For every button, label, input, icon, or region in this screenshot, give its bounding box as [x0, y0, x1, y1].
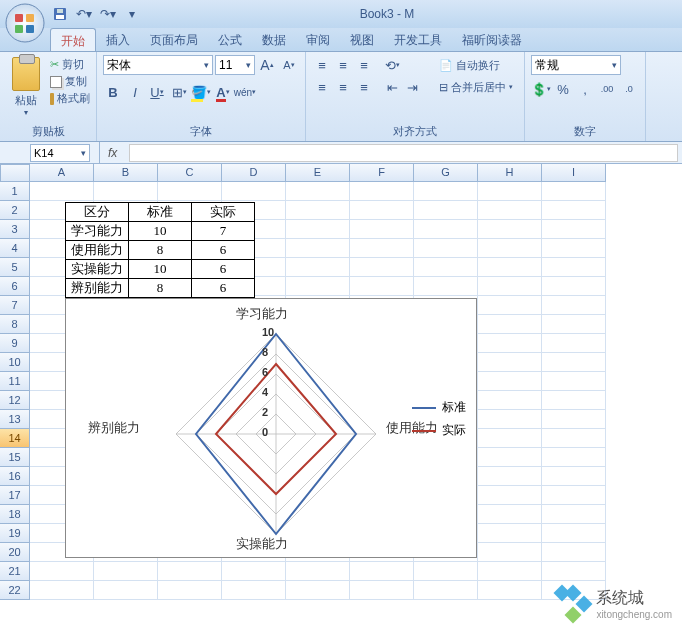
border-button[interactable]: ⊞▾	[169, 82, 189, 102]
cell[interactable]	[478, 353, 542, 372]
cell[interactable]	[94, 562, 158, 581]
cell[interactable]	[478, 562, 542, 581]
decrease-decimal-icon[interactable]: .0	[619, 79, 639, 99]
cell[interactable]	[542, 391, 606, 410]
cell[interactable]	[222, 182, 286, 201]
col-header[interactable]: F	[350, 164, 414, 182]
cell[interactable]	[542, 467, 606, 486]
cell[interactable]	[542, 448, 606, 467]
cell[interactable]	[542, 524, 606, 543]
col-header[interactable]: I	[542, 164, 606, 182]
row-header[interactable]: 15	[0, 448, 30, 467]
row-header[interactable]: 19	[0, 524, 30, 543]
cell[interactable]	[478, 391, 542, 410]
copy-button[interactable]: 复制	[50, 74, 90, 89]
cell[interactable]	[542, 277, 606, 296]
cell[interactable]	[542, 562, 606, 581]
align-middle-icon[interactable]: ≡	[333, 55, 353, 75]
redo-icon[interactable]: ↷▾	[98, 4, 118, 24]
increase-decimal-icon[interactable]: .00	[597, 79, 617, 99]
cell[interactable]	[542, 486, 606, 505]
underline-button[interactable]: U▾	[147, 82, 167, 102]
cell[interactable]	[414, 581, 478, 600]
comma-button[interactable]: ,	[575, 79, 595, 99]
cell[interactable]	[542, 296, 606, 315]
align-left-icon[interactable]: ≡	[312, 77, 332, 97]
cell[interactable]	[350, 239, 414, 258]
qat-dropdown-icon[interactable]: ▾	[122, 4, 142, 24]
cell[interactable]	[350, 182, 414, 201]
cell[interactable]	[350, 201, 414, 220]
cell[interactable]	[94, 182, 158, 201]
col-header[interactable]: D	[222, 164, 286, 182]
tab-8[interactable]: 福昕阅读器	[452, 28, 532, 51]
col-header[interactable]: B	[94, 164, 158, 182]
cell[interactable]	[478, 448, 542, 467]
cell[interactable]	[350, 277, 414, 296]
cell[interactable]	[350, 220, 414, 239]
cell[interactable]	[286, 239, 350, 258]
italic-button[interactable]: I	[125, 82, 145, 102]
cell[interactable]	[478, 220, 542, 239]
col-header[interactable]: A	[30, 164, 94, 182]
spreadsheet-grid[interactable]: ABCDEFGHI 123456789101112131415161718192…	[0, 164, 682, 624]
cell[interactable]	[222, 581, 286, 600]
cell[interactable]	[478, 315, 542, 334]
tab-4[interactable]: 数据	[252, 28, 296, 51]
number-format-select[interactable]: 常规▾	[531, 55, 621, 75]
row-header[interactable]: 7	[0, 296, 30, 315]
cell[interactable]	[542, 258, 606, 277]
cell[interactable]	[542, 353, 606, 372]
paste-button[interactable]: 粘贴 ▾	[6, 55, 46, 122]
cell[interactable]	[478, 201, 542, 220]
cut-button[interactable]: ✂剪切	[50, 57, 90, 72]
cell[interactable]	[478, 486, 542, 505]
fx-icon[interactable]: fx	[100, 146, 125, 160]
cell[interactable]	[478, 467, 542, 486]
cell[interactable]	[542, 372, 606, 391]
cell[interactable]	[542, 505, 606, 524]
col-header[interactable]: E	[286, 164, 350, 182]
shrink-font-icon[interactable]: A▾	[279, 55, 299, 75]
cell[interactable]	[542, 334, 606, 353]
orientation-button[interactable]: ⟲▾	[382, 55, 402, 75]
cell[interactable]	[478, 258, 542, 277]
tab-6[interactable]: 视图	[340, 28, 384, 51]
row-header[interactable]: 22	[0, 581, 30, 600]
radar-chart[interactable]: 学习能力 使用能力 实操能力 辨别能力 0246810 标准实际	[65, 298, 477, 558]
name-box[interactable]: K14▾	[30, 144, 90, 162]
cell[interactable]	[286, 562, 350, 581]
tab-3[interactable]: 公式	[208, 28, 252, 51]
row-header[interactable]: 14	[0, 429, 30, 448]
cell[interactable]	[478, 334, 542, 353]
cell[interactable]	[414, 239, 478, 258]
phonetic-button[interactable]: wén▾	[235, 82, 255, 102]
fill-color-button[interactable]: 🪣▾	[191, 82, 211, 102]
grow-font-icon[interactable]: A▴	[257, 55, 277, 75]
formula-input[interactable]	[129, 144, 678, 162]
row-header[interactable]: 1	[0, 182, 30, 201]
cell[interactable]	[350, 258, 414, 277]
cell[interactable]	[414, 258, 478, 277]
cell[interactable]	[542, 239, 606, 258]
cell[interactable]	[478, 239, 542, 258]
tab-2[interactable]: 页面布局	[140, 28, 208, 51]
wrap-text-button[interactable]: 📄自动换行	[434, 55, 518, 75]
cell[interactable]	[350, 581, 414, 600]
cell[interactable]	[286, 258, 350, 277]
cell[interactable]	[478, 372, 542, 391]
row-header[interactable]: 6	[0, 277, 30, 296]
cell[interactable]	[478, 543, 542, 562]
cell[interactable]	[542, 410, 606, 429]
cell[interactable]	[286, 201, 350, 220]
row-header[interactable]: 10	[0, 353, 30, 372]
row-header[interactable]: 13	[0, 410, 30, 429]
cell[interactable]	[478, 296, 542, 315]
col-header[interactable]: H	[478, 164, 542, 182]
cell[interactable]	[286, 182, 350, 201]
align-right-icon[interactable]: ≡	[354, 77, 374, 97]
cell[interactable]	[414, 277, 478, 296]
cell[interactable]	[158, 562, 222, 581]
row-header[interactable]: 18	[0, 505, 30, 524]
undo-icon[interactable]: ↶▾	[74, 4, 94, 24]
